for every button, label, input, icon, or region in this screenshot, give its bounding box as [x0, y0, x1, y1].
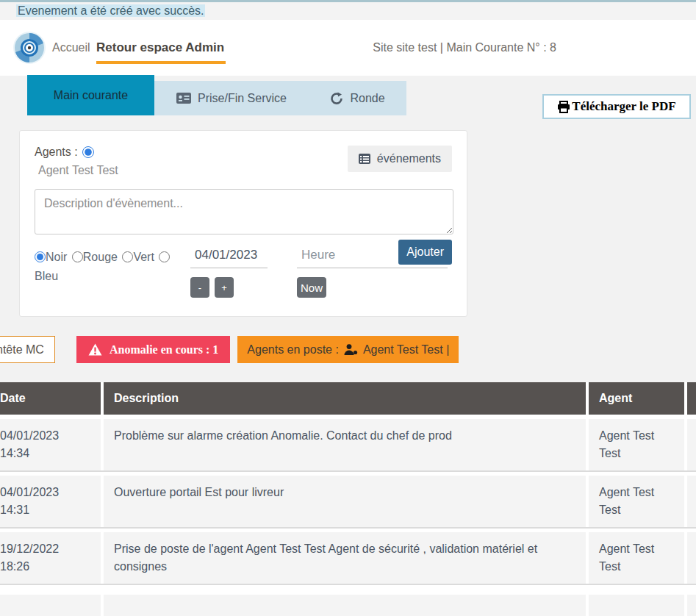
date-steppers: - +	[190, 277, 268, 298]
event-description-input[interactable]	[35, 189, 453, 234]
app-header: Accueil Retour espace Admin Site site te…	[0, 20, 696, 76]
tab-prise-fin-label: Prise/Fin Service	[198, 92, 287, 105]
column-header-description: Description	[104, 382, 586, 415]
events-button-label: événements	[377, 152, 441, 165]
event-extra	[687, 532, 696, 584]
radio-vert[interactable]	[122, 251, 133, 262]
event-time-value: 18:26	[0, 558, 90, 576]
warning-icon	[88, 343, 102, 356]
radio-rouge-label[interactable]: Rouge	[83, 251, 118, 263]
tab-prise-fin-service[interactable]: Prise/Fin Service	[154, 81, 309, 115]
date-input[interactable]	[190, 242, 268, 268]
agents-en-poste-badge: Agents en poste : Agent Test Test |	[237, 336, 459, 363]
entete-mc-label: ntête MC	[0, 343, 44, 357]
table-row: 04/01/2023 14:34 Problème sur alarme cré…	[0, 419, 696, 472]
event-agent: Agent Test Test	[589, 419, 684, 470]
event-description: Ouverture portail Est pour livreur	[104, 476, 586, 527]
add-event-button[interactable]: Ajouter	[398, 240, 452, 265]
radio-bleu-label[interactable]: Bleu	[35, 270, 58, 282]
column-header-extra	[687, 382, 696, 415]
event-agent: Agent Test Test	[589, 476, 684, 527]
column-header-agent: Agent	[589, 382, 684, 415]
table-row: 04/01/2023 14:31 Ouverture portail Est p…	[0, 476, 696, 529]
agents-label: Agents :	[35, 146, 78, 159]
event-date-value: 19/12/2022	[0, 540, 90, 558]
notification-bar: Evenement a été créé avec succès.	[0, 0, 696, 20]
plus-button[interactable]: +	[215, 277, 234, 298]
radio-bleu[interactable]	[159, 251, 170, 262]
event-date: 19/12/2022 18:26	[0, 532, 101, 584]
notification-message: Evenement a été créé avec succès.	[16, 4, 205, 17]
event-form-card: Agents : Agent Test Test événements Noir…	[19, 130, 467, 317]
event-time-value: 14:31	[0, 501, 90, 519]
tabs-row: Main courante Prise/Fin Service Ronde	[0, 76, 696, 115]
events-table: Date Description Agent 04/01/2023 14:34 …	[0, 382, 696, 616]
download-pdf-button[interactable]: Télécharger le PDF	[542, 94, 691, 119]
color-radio-group: Noir Rouge Vert Bleu	[35, 242, 186, 286]
radio-vert-label[interactable]: Vert	[133, 251, 154, 263]
person-icon	[344, 344, 358, 355]
table-header-row: Date Description Agent	[0, 382, 696, 415]
id-card-icon	[176, 93, 191, 104]
event-date: 04/01/2023 14:31	[0, 476, 101, 527]
anomalie-badge[interactable]: Anomalie en cours : 1	[76, 336, 230, 363]
event-agent: Agent Test Test	[589, 532, 684, 584]
home-link[interactable]: Accueil	[52, 41, 90, 54]
tab-ronde-label: Ronde	[350, 92, 384, 105]
breadcrumb: Accueil Retour espace Admin	[52, 40, 224, 55]
site-info: Site site test | Main Courante N° : 8	[373, 41, 556, 54]
agents-block: Agents : Agent Test Test	[35, 146, 118, 177]
radio-noir-label[interactable]: Noir	[46, 251, 67, 263]
event-date: 04/01/2023 14:34	[0, 419, 101, 470]
anomalie-badge-label: Anomalie en cours : 1	[110, 343, 218, 357]
event-extra	[687, 419, 696, 470]
tab-strip: Main courante Prise/Fin Service Ronde	[27, 81, 406, 115]
event-time-value: 14:34	[0, 445, 90, 462]
event-date-value: 04/01/2023	[0, 427, 90, 445]
minus-button[interactable]: -	[190, 277, 209, 298]
list-icon	[359, 154, 370, 164]
agent-radio[interactable]	[82, 146, 94, 158]
now-button[interactable]: Now	[297, 277, 326, 298]
radio-rouge[interactable]	[72, 251, 83, 262]
agents-label-row: Agents :	[35, 146, 118, 159]
agents-en-poste-label: Agents en poste :	[247, 343, 339, 357]
tab-main-courante-label: Main courante	[54, 89, 128, 102]
table-row: 19/12/2022 18:26 Prise de poste de l'age…	[0, 532, 696, 585]
status-badges-row: ntête MC Anomalie en cours : 1 Agents en…	[0, 336, 696, 363]
agents-en-poste-value: Agent Test Test |	[363, 343, 449, 357]
download-pdf-label: Télécharger le PDF	[572, 99, 675, 114]
column-header-date: Date	[0, 382, 101, 415]
admin-space-link[interactable]: Retour espace Admin	[96, 40, 224, 54]
event-extra	[687, 476, 696, 527]
table-row-partial	[0, 595, 696, 616]
event-description: Prise de poste de l'agent Agent Test Tes…	[104, 532, 586, 584]
entete-mc-button[interactable]: ntête MC	[0, 336, 55, 363]
tab-main-courante[interactable]: Main courante	[27, 75, 154, 115]
app-logo-icon[interactable]	[12, 31, 46, 65]
events-button[interactable]: événements	[348, 146, 452, 172]
event-date-value: 04/01/2023	[0, 484, 90, 501]
event-description: Problème sur alarme création Anomalie. C…	[104, 419, 586, 470]
radio-noir[interactable]	[35, 251, 46, 262]
agent-name: Agent Test Test	[35, 164, 118, 177]
tab-ronde[interactable]: Ronde	[309, 81, 406, 115]
redo-icon	[330, 92, 343, 105]
printer-icon	[557, 101, 570, 113]
